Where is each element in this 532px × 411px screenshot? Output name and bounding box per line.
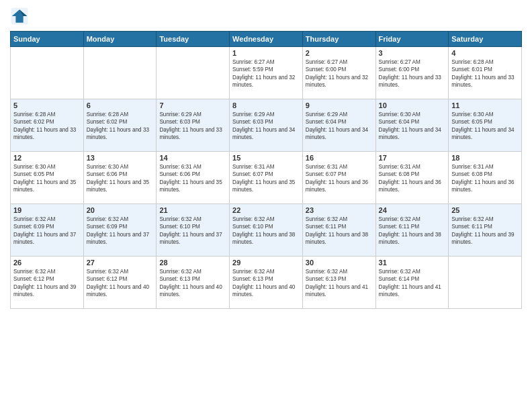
calendar-cell: 7Sunrise: 6:29 AM Sunset: 6:03 PM Daylig… <box>157 99 230 152</box>
calendar-table: SundayMondayTuesdayWednesdayThursdayFrid… <box>10 31 522 309</box>
day-number: 5 <box>13 101 81 109</box>
day-number: 30 <box>306 259 373 267</box>
day-info: Sunrise: 6:27 AM Sunset: 6:00 PM Dayligh… <box>306 58 373 89</box>
calendar-cell: 22Sunrise: 6:32 AM Sunset: 6:10 PM Dayli… <box>230 204 303 257</box>
calendar-cell: 12Sunrise: 6:30 AM Sunset: 6:05 PM Dayli… <box>11 152 84 204</box>
page: SundayMondayTuesdayWednesdayThursdayFrid… <box>0 0 532 411</box>
day-number: 17 <box>379 154 446 162</box>
day-number: 6 <box>87 101 154 109</box>
col-header-thursday: Thursday <box>302 32 375 47</box>
calendar-cell: 6Sunrise: 6:28 AM Sunset: 6:02 PM Daylig… <box>83 99 157 152</box>
col-header-wednesday: Wednesday <box>230 32 303 47</box>
day-number: 4 <box>451 49 519 57</box>
day-number: 29 <box>232 259 300 267</box>
day-info: Sunrise: 6:27 AM Sunset: 6:00 PM Dayligh… <box>379 58 446 89</box>
calendar-cell: 2Sunrise: 6:27 AM Sunset: 6:00 PM Daylig… <box>302 47 375 99</box>
calendar-cell: 17Sunrise: 6:31 AM Sunset: 6:08 PM Dayli… <box>375 152 449 204</box>
day-info: Sunrise: 6:31 AM Sunset: 6:06 PM Dayligh… <box>159 163 226 194</box>
calendar-cell: 26Sunrise: 6:32 AM Sunset: 6:12 PM Dayli… <box>11 257 84 309</box>
calendar-cell: 5Sunrise: 6:28 AM Sunset: 6:02 PM Daylig… <box>11 99 84 152</box>
day-info: Sunrise: 6:32 AM Sunset: 6:11 PM Dayligh… <box>379 216 446 246</box>
day-info: Sunrise: 6:30 AM Sunset: 6:05 PM Dayligh… <box>13 163 81 194</box>
day-info: Sunrise: 6:31 AM Sunset: 6:07 PM Dayligh… <box>306 163 373 194</box>
day-number: 19 <box>13 206 81 214</box>
calendar-cell: 28Sunrise: 6:32 AM Sunset: 6:13 PM Dayli… <box>157 257 230 309</box>
day-number: 18 <box>451 154 519 162</box>
logo <box>10 7 32 26</box>
calendar-cell: 9Sunrise: 6:29 AM Sunset: 6:04 PM Daylig… <box>302 99 375 152</box>
day-number: 8 <box>232 101 300 109</box>
week-row-0: 1Sunrise: 6:27 AM Sunset: 5:59 PM Daylig… <box>11 47 522 99</box>
day-info: Sunrise: 6:32 AM Sunset: 6:10 PM Dayligh… <box>232 216 300 246</box>
col-header-saturday: Saturday <box>449 32 522 47</box>
day-info: Sunrise: 6:31 AM Sunset: 6:07 PM Dayligh… <box>232 163 300 194</box>
day-number: 13 <box>87 154 154 162</box>
calendar-cell: 30Sunrise: 6:32 AM Sunset: 6:13 PM Dayli… <box>302 257 375 309</box>
col-header-monday: Monday <box>83 32 157 47</box>
day-number: 12 <box>13 154 81 162</box>
day-number: 11 <box>451 101 519 109</box>
calendar-cell: 16Sunrise: 6:31 AM Sunset: 6:07 PM Dayli… <box>302 152 375 204</box>
week-row-4: 26Sunrise: 6:32 AM Sunset: 6:12 PM Dayli… <box>11 257 522 309</box>
day-info: Sunrise: 6:32 AM Sunset: 6:12 PM Dayligh… <box>13 268 81 299</box>
day-number: 10 <box>379 101 446 109</box>
day-info: Sunrise: 6:31 AM Sunset: 6:08 PM Dayligh… <box>379 163 446 194</box>
week-row-3: 19Sunrise: 6:32 AM Sunset: 6:09 PM Dayli… <box>11 204 522 257</box>
header <box>10 7 522 26</box>
day-info: Sunrise: 6:29 AM Sunset: 6:03 PM Dayligh… <box>159 111 226 142</box>
calendar-cell <box>11 47 84 99</box>
week-row-2: 12Sunrise: 6:30 AM Sunset: 6:05 PM Dayli… <box>11 152 522 204</box>
day-info: Sunrise: 6:30 AM Sunset: 6:05 PM Dayligh… <box>451 111 519 142</box>
day-info: Sunrise: 6:32 AM Sunset: 6:11 PM Dayligh… <box>451 216 519 246</box>
day-number: 24 <box>379 206 446 214</box>
day-info: Sunrise: 6:32 AM Sunset: 6:09 PM Dayligh… <box>13 216 81 246</box>
day-info: Sunrise: 6:32 AM Sunset: 6:13 PM Dayligh… <box>232 268 300 299</box>
day-info: Sunrise: 6:32 AM Sunset: 6:11 PM Dayligh… <box>306 216 373 246</box>
calendar-cell: 27Sunrise: 6:32 AM Sunset: 6:12 PM Dayli… <box>83 257 157 309</box>
day-number: 21 <box>159 206 226 214</box>
calendar-cell: 15Sunrise: 6:31 AM Sunset: 6:07 PM Dayli… <box>230 152 303 204</box>
calendar-cell: 21Sunrise: 6:32 AM Sunset: 6:10 PM Dayli… <box>157 204 230 257</box>
day-number: 25 <box>451 206 519 214</box>
col-header-tuesday: Tuesday <box>157 32 230 47</box>
day-number: 9 <box>306 101 373 109</box>
calendar-cell: 11Sunrise: 6:30 AM Sunset: 6:05 PM Dayli… <box>449 99 522 152</box>
calendar-cell: 14Sunrise: 6:31 AM Sunset: 6:06 PM Dayli… <box>157 152 230 204</box>
day-number: 20 <box>87 206 154 214</box>
day-number: 27 <box>87 259 154 267</box>
day-number: 16 <box>306 154 373 162</box>
day-number: 31 <box>379 259 446 267</box>
calendar-cell: 24Sunrise: 6:32 AM Sunset: 6:11 PM Dayli… <box>375 204 449 257</box>
calendar-cell: 8Sunrise: 6:29 AM Sunset: 6:03 PM Daylig… <box>230 99 303 152</box>
day-info: Sunrise: 6:28 AM Sunset: 6:02 PM Dayligh… <box>87 111 154 142</box>
day-number: 15 <box>232 154 300 162</box>
day-info: Sunrise: 6:29 AM Sunset: 6:03 PM Dayligh… <box>232 111 300 142</box>
day-info: Sunrise: 6:32 AM Sunset: 6:12 PM Dayligh… <box>87 268 154 299</box>
day-info: Sunrise: 6:32 AM Sunset: 6:09 PM Dayligh… <box>87 216 154 246</box>
day-info: Sunrise: 6:31 AM Sunset: 6:08 PM Dayligh… <box>451 163 519 194</box>
calendar-header-row: SundayMondayTuesdayWednesdayThursdayFrid… <box>11 32 522 47</box>
calendar-cell: 29Sunrise: 6:32 AM Sunset: 6:13 PM Dayli… <box>230 257 303 309</box>
calendar-cell: 18Sunrise: 6:31 AM Sunset: 6:08 PM Dayli… <box>449 152 522 204</box>
day-info: Sunrise: 6:30 AM Sunset: 6:06 PM Dayligh… <box>87 163 154 194</box>
day-info: Sunrise: 6:32 AM Sunset: 6:13 PM Dayligh… <box>159 268 226 299</box>
calendar-cell <box>157 47 230 99</box>
calendar-cell: 3Sunrise: 6:27 AM Sunset: 6:00 PM Daylig… <box>375 47 449 99</box>
day-number: 1 <box>232 49 300 57</box>
day-info: Sunrise: 6:28 AM Sunset: 6:01 PM Dayligh… <box>451 58 519 89</box>
week-row-1: 5Sunrise: 6:28 AM Sunset: 6:02 PM Daylig… <box>11 99 522 152</box>
col-header-friday: Friday <box>375 32 449 47</box>
day-info: Sunrise: 6:27 AM Sunset: 5:59 PM Dayligh… <box>232 58 300 89</box>
day-number: 14 <box>159 154 226 162</box>
logo-icon <box>10 7 29 26</box>
calendar-cell: 13Sunrise: 6:30 AM Sunset: 6:06 PM Dayli… <box>83 152 157 204</box>
day-number: 22 <box>232 206 300 214</box>
day-info: Sunrise: 6:32 AM Sunset: 6:13 PM Dayligh… <box>306 268 373 299</box>
calendar-cell: 4Sunrise: 6:28 AM Sunset: 6:01 PM Daylig… <box>449 47 522 99</box>
calendar-cell <box>83 47 157 99</box>
calendar-cell: 20Sunrise: 6:32 AM Sunset: 6:09 PM Dayli… <box>83 204 157 257</box>
day-number: 26 <box>13 259 81 267</box>
day-info: Sunrise: 6:29 AM Sunset: 6:04 PM Dayligh… <box>306 111 373 142</box>
day-info: Sunrise: 6:32 AM Sunset: 6:10 PM Dayligh… <box>159 216 226 246</box>
calendar-cell: 10Sunrise: 6:30 AM Sunset: 6:04 PM Dayli… <box>375 99 449 152</box>
